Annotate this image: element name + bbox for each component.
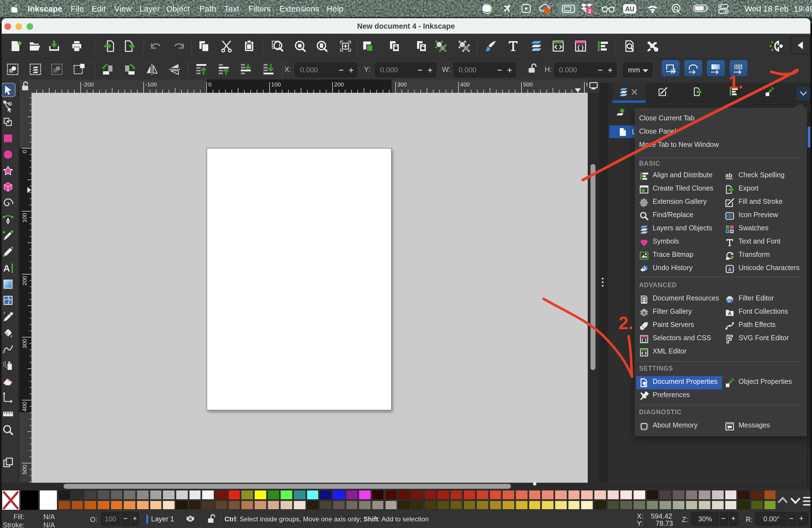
svg-text:300: 300 (397, 81, 406, 87)
svg-text:100: 100 (271, 81, 280, 87)
svg-text:0: 0 (208, 81, 211, 87)
svg-text:0: 0 (21, 150, 28, 153)
svg-text:-200: -200 (82, 81, 93, 87)
svg-text:200: 200 (334, 81, 344, 87)
svg-text:-100: -100 (145, 81, 157, 87)
svg-text:100: 100 (21, 212, 28, 222)
svg-text:A: A (3, 263, 10, 264)
